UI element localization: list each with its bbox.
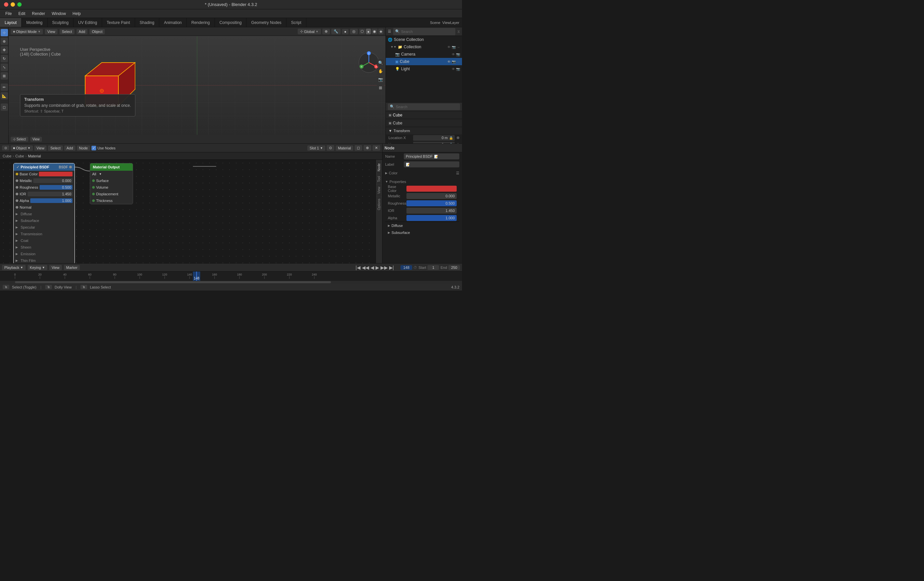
keying-menu[interactable]: Keying ▼ — [28, 265, 48, 270]
emission-section[interactable]: ▶ Emission — [14, 251, 74, 257]
np-roughness-field[interactable]: 0.500 — [406, 200, 457, 206]
collection-render-icon[interactable]: 📷 — [452, 45, 456, 49]
material-close[interactable]: ✕ — [373, 145, 380, 151]
material-output-node[interactable]: Material Output All ▼ Surface Volume — [90, 163, 133, 204]
tool-annotate[interactable]: ✏ — [1, 84, 8, 91]
camera-visibility-icon[interactable]: 👁 — [452, 53, 455, 56]
cube-render-icon[interactable]: 📷 — [452, 60, 456, 64]
tab-layout[interactable]: Layout — [0, 18, 21, 27]
grid-button[interactable]: ⊞ — [377, 84, 384, 91]
outliner-collection[interactable]: ▼ 📁 Collection 👁 📷 → — [386, 43, 462, 51]
play-forward-button[interactable]: ▶ — [376, 265, 379, 270]
snap-toggle[interactable]: 🔧 — [331, 29, 341, 34]
start-frame-input[interactable]: 1 — [427, 265, 439, 270]
np-metallic-field[interactable]: 0.000 — [406, 193, 457, 199]
material-action-1[interactable]: ◻ — [355, 145, 362, 151]
viewport-canvas[interactable]: User Perspective (148) Collection | Cube… — [9, 36, 386, 135]
node-label-input[interactable]: 📝 — [404, 161, 459, 167]
props-section-header[interactable]: ▼ Properties — [385, 178, 459, 185]
footer-view-btn[interactable]: View — [30, 137, 42, 142]
tab-texture-paint[interactable]: Texture Paint — [102, 18, 135, 27]
step-forward-button[interactable]: ▶▶ — [381, 265, 388, 270]
transform-section-header[interactable]: ▼ Transform — [386, 127, 462, 134]
scene-selector[interactable]: Scene — [430, 21, 441, 25]
node-tab[interactable]: Node — [376, 161, 382, 173]
tab-sculpting[interactable]: Sculpting — [48, 18, 74, 27]
object-menu[interactable]: Object — [89, 29, 105, 34]
tab-animation[interactable]: Animation — [159, 18, 186, 27]
close-button[interactable] — [4, 2, 8, 7]
menu-render[interactable]: Render — [29, 11, 48, 17]
solid-shading[interactable]: ● — [366, 29, 371, 34]
np-ior-field[interactable]: 1.450 — [406, 208, 457, 214]
add-menu-node[interactable]: Add — [64, 146, 76, 151]
material-action-2[interactable]: ⊕ — [363, 145, 371, 151]
wireframe-shading[interactable]: ⬡ — [359, 29, 365, 34]
menu-window[interactable]: Window — [49, 11, 69, 17]
tab-shading[interactable]: Shading — [135, 18, 159, 27]
view-menu-timeline[interactable]: View — [49, 265, 62, 270]
material-preview[interactable]: ◉ — [371, 29, 378, 34]
outliner-light[interactable]: 💡 Light 👁 📷 — [386, 65, 462, 73]
view-menu[interactable]: View — [45, 29, 58, 34]
end-frame-input[interactable]: 250 — [448, 265, 460, 270]
tool-scale[interactable]: ⤡ — [1, 64, 8, 71]
xray-toggle[interactable]: ◎ — [350, 29, 358, 34]
tool-select[interactable]: ⊹ — [1, 29, 8, 36]
use-nodes-checkbox[interactable]: ✓ — [91, 146, 96, 151]
overlay-toggle[interactable]: ● — [342, 29, 349, 34]
menu-file[interactable]: File — [3, 11, 14, 17]
minimize-button[interactable] — [11, 2, 15, 7]
alpha-field[interactable]: 1.000 — [30, 198, 73, 203]
tab-script[interactable]: Script — [286, 18, 306, 27]
options-tab[interactable]: Options — [376, 196, 382, 212]
playback-menu[interactable]: Playback ▼ — [2, 265, 26, 270]
material-type-icon[interactable]: ⊙ — [327, 145, 334, 151]
tab-modeling[interactable]: Modeling — [21, 18, 48, 27]
outliner-cube[interactable]: ▣ Cube 👁 📷 → — [386, 58, 462, 65]
coat-section[interactable]: ▶ Coat — [14, 237, 74, 244]
thin-film-section[interactable]: ▶ Thin Film — [14, 257, 74, 263]
color-options-icon[interactable]: ☰ — [456, 171, 459, 175]
node-canvas[interactable]: ✓ Principled BSDF BSDF Base Color Metall… — [0, 160, 382, 263]
subsurface-section[interactable]: ▶ Subsurface — [14, 217, 74, 224]
tool-tab[interactable]: Tool — [376, 174, 382, 184]
slot-selector[interactable]: Slot 1 ▼ — [307, 146, 325, 151]
principled-bsdf-node[interactable]: ✓ Principled BSDF BSDF Base Color Metall… — [13, 163, 75, 263]
viewport-3d[interactable]: ■ Object Mode ▼ View Select Add Object ⊹… — [9, 27, 386, 143]
zoom-in-button[interactable]: 🔍 — [377, 59, 384, 66]
pan-button[interactable]: ✋ — [377, 68, 384, 75]
current-frame-input[interactable]: 148 — [401, 265, 412, 270]
specular-section[interactable]: ▶ Specular — [14, 224, 74, 231]
tab-uv-editing[interactable]: UV Editing — [74, 18, 102, 27]
add-menu[interactable]: Add — [76, 29, 88, 34]
node-object-selector[interactable]: ■ Object ▼ — [11, 146, 33, 151]
tool-cursor[interactable]: ⊕ — [1, 38, 8, 45]
jump-start-button[interactable]: |◀ — [356, 265, 361, 270]
tool-measure[interactable]: 📐 — [1, 92, 8, 99]
cube-visibility-icon[interactable]: 👁 — [447, 60, 451, 64]
properties-search[interactable]: 🔍 Search — [388, 103, 460, 110]
transmission-section[interactable]: ▶ Transmission — [14, 231, 74, 237]
collection-select-icon[interactable]: → — [457, 45, 460, 49]
outliner-search[interactable]: 🔍 Search — [393, 28, 455, 35]
view-tab[interactable]: View — [376, 184, 382, 196]
ior-field[interactable]: 1.450 — [28, 192, 73, 196]
timeline-ruler[interactable]: 0 20 40 60 80 100 120 140 — [0, 271, 462, 283]
tool-rotate[interactable]: ↻ — [1, 55, 8, 62]
maximize-button[interactable] — [17, 2, 21, 7]
base-color-swatch[interactable] — [39, 172, 73, 176]
node-editor-type-icon[interactable]: ⊙ — [2, 146, 9, 151]
tab-rendering[interactable]: Rendering — [186, 18, 214, 27]
rendered-shading[interactable]: ◈ — [378, 29, 383, 34]
metallic-field[interactable]: 0.000 — [33, 178, 73, 183]
outliner-filter-icon[interactable]: ⧖ — [457, 29, 460, 34]
sheen-section[interactable]: ▶ Sheen — [14, 244, 74, 251]
pivot-point[interactable]: ⊕ — [322, 29, 330, 34]
node-menu[interactable]: Node — [77, 146, 90, 151]
play-back-button[interactable]: ◀ — [371, 265, 374, 270]
np-base-color-swatch[interactable] — [406, 186, 457, 192]
menu-edit[interactable]: Edit — [16, 11, 28, 17]
node-name-input[interactable]: Principled BSDF 📝 — [404, 153, 459, 159]
light-visibility-icon[interactable]: 👁 — [452, 67, 455, 71]
